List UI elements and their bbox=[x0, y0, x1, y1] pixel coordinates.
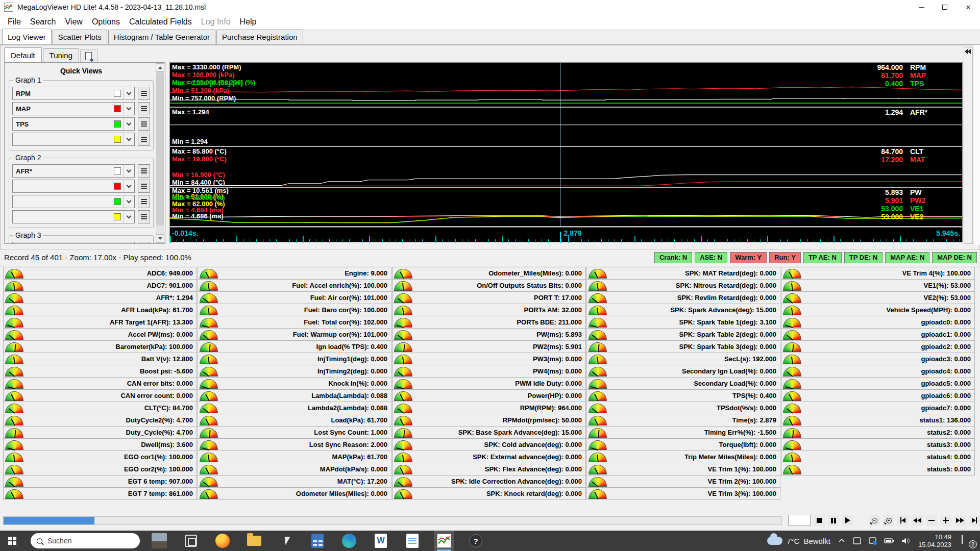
menu-help[interactable]: Help bbox=[235, 16, 261, 28]
collapse-left-icon[interactable] bbox=[965, 49, 972, 54]
gauge-text: Lambda(Lambda): 0.088 bbox=[220, 392, 391, 399]
close-button[interactable]: ✕ bbox=[957, 0, 980, 14]
clock-time: 10:49 bbox=[918, 533, 951, 541]
fast-forward-button[interactable] bbox=[954, 515, 966, 526]
gauge-cell: Torque(lbft): 0.000 bbox=[586, 438, 780, 451]
field-options-button[interactable] bbox=[138, 117, 150, 131]
quickview-group-2: Graph 2AFR* bbox=[9, 158, 154, 228]
taskbar-app-file-explorer[interactable] bbox=[244, 531, 264, 551]
gauge-dial-icon bbox=[394, 318, 412, 328]
skip-start-button[interactable] bbox=[897, 515, 909, 526]
tablet-icon[interactable] bbox=[852, 537, 862, 545]
tab-scatter-plots[interactable]: Scatter Plots bbox=[53, 30, 107, 44]
graph-panel-4[interactable]: Max = 10.561 (ms)Min = 51.000 (%)Max = 5… bbox=[170, 188, 962, 226]
status-badge-tp-ae: TP AE: N bbox=[803, 252, 842, 263]
field-options-button[interactable] bbox=[138, 180, 150, 193]
timeline[interactable]: -0.014s. 2.879 5.945s. bbox=[170, 227, 962, 243]
field-select-tps[interactable]: TPS bbox=[12, 117, 135, 131]
gauge-text: Ign load(% TPS): 0.400 bbox=[220, 343, 391, 350]
field-select-rpm[interactable]: RPM bbox=[12, 87, 135, 100]
taskbar-app-photo[interactable] bbox=[149, 531, 169, 551]
gauge-dial-icon bbox=[394, 428, 412, 438]
menu-options[interactable]: Options bbox=[87, 16, 125, 28]
start-button[interactable] bbox=[0, 531, 24, 551]
scrollbar-thumb[interactable] bbox=[156, 72, 164, 226]
field-select-empty[interactable] bbox=[12, 133, 135, 146]
field-select-map[interactable]: MAP bbox=[12, 102, 135, 115]
field-select-empty[interactable] bbox=[12, 210, 135, 223]
zoom-out-button[interactable]: − bbox=[869, 515, 880, 526]
taskbar-clock[interactable]: 10:49 15.04.2023 bbox=[918, 533, 951, 548]
menu-file[interactable]: File bbox=[3, 16, 26, 28]
skip-end-button[interactable] bbox=[969, 515, 980, 526]
taskbar-app-task-switcher[interactable] bbox=[181, 531, 201, 551]
taskbar-app-calculator[interactable] bbox=[307, 531, 328, 551]
gauge-text: InjTiming1(deg): 0.000 bbox=[220, 355, 391, 363]
gauge-text: DutyCycle2(%): 4.700 bbox=[26, 416, 197, 424]
play-speed-field[interactable] bbox=[788, 515, 811, 526]
taskbar-app-megalogviewer[interactable] bbox=[434, 531, 454, 551]
group-label: Graph 2 bbox=[13, 154, 43, 162]
taskbar-app-tuner-bolt[interactable] bbox=[276, 531, 296, 551]
new-view-tab-button[interactable] bbox=[80, 49, 97, 62]
taskbar-app-word[interactable]: W bbox=[371, 531, 391, 551]
taskbar-app-edge[interactable] bbox=[339, 531, 359, 551]
taskbar-app-help[interactable]: ? bbox=[465, 531, 486, 551]
status-badge-ase: ASE: N bbox=[695, 252, 727, 263]
rewind-button[interactable] bbox=[912, 515, 923, 526]
gauge-dial-icon bbox=[394, 440, 412, 450]
tab-histogram-table-generator[interactable]: Histogram / Table Generator bbox=[108, 30, 215, 44]
taskbar-app-notes[interactable] bbox=[402, 531, 423, 551]
scroll-up-icon[interactable] bbox=[156, 63, 164, 72]
minus-button[interactable] bbox=[926, 515, 937, 526]
graph-panel-3[interactable]: Max = 85.800 (°C)Max = 19.800 (°C)Min = … bbox=[170, 147, 962, 187]
menu-search[interactable]: Search bbox=[26, 16, 61, 28]
plus-button[interactable] bbox=[940, 515, 951, 526]
field-options-button[interactable] bbox=[138, 242, 150, 244]
view-tab-default[interactable]: Default bbox=[4, 47, 42, 62]
field-options-button[interactable] bbox=[138, 133, 150, 146]
play-button[interactable] bbox=[842, 515, 853, 526]
field-options-button[interactable] bbox=[138, 210, 150, 223]
stop-button[interactable] bbox=[814, 515, 825, 526]
graph-panel-1[interactable]: Max = 3330.000 (RPM)Max = 100.000 (kPa)M… bbox=[170, 63, 962, 107]
scroll-down-icon[interactable] bbox=[156, 234, 164, 243]
field-select-clt[interactable]: CLT bbox=[12, 242, 135, 244]
playback-cursor[interactable] bbox=[560, 63, 560, 227]
field-row bbox=[12, 195, 150, 208]
menu-view[interactable]: View bbox=[60, 16, 87, 28]
notification-center-icon[interactable]: 2 bbox=[962, 535, 975, 546]
minimize-button[interactable] bbox=[910, 0, 933, 14]
field-select-empty[interactable] bbox=[12, 180, 135, 193]
field-select-empty[interactable] bbox=[12, 195, 135, 208]
field-options-button[interactable] bbox=[138, 87, 150, 100]
sidebar-scrollbar[interactable] bbox=[156, 63, 164, 243]
graph-panel-2[interactable]: Max = 1.294Min = 1.2941.294AFR* bbox=[170, 108, 962, 146]
battery-icon[interactable] bbox=[884, 537, 894, 544]
field-options-button[interactable] bbox=[138, 195, 150, 208]
taskbar-weather[interactable]: 7°C Bewölkt bbox=[767, 537, 830, 545]
chevron-up-icon[interactable] bbox=[838, 537, 846, 545]
windows-taskbar: Suchen W? 7°C Bewölkt 10:49 15.04.2023 2 bbox=[0, 531, 980, 551]
zoom-in-button[interactable]: + bbox=[883, 515, 894, 526]
field-select-afr[interactable]: AFR* bbox=[12, 164, 135, 178]
pause-button[interactable] bbox=[828, 515, 839, 526]
gauge-dial-icon bbox=[200, 440, 218, 450]
taskbar-search-input[interactable]: Suchen bbox=[31, 533, 140, 548]
log-graph-area[interactable]: Max = 3330.000 (RPM)Max = 100.000 (kPa)M… bbox=[169, 62, 963, 242]
sync-icon[interactable] bbox=[868, 537, 877, 545]
tab-purchase-registration[interactable]: Purchase Registration bbox=[216, 30, 303, 44]
volume-icon[interactable] bbox=[901, 537, 911, 545]
scrollbar-thumb-horizontal[interactable] bbox=[4, 517, 94, 524]
field-options-button[interactable] bbox=[138, 164, 150, 178]
panel-splitter[interactable] bbox=[964, 47, 973, 244]
log-horizontal-scrollbar[interactable] bbox=[3, 516, 782, 525]
taskbar-app-firefox[interactable] bbox=[212, 531, 233, 551]
field-options-button[interactable] bbox=[138, 102, 150, 115]
annotation: Max = 1.294 bbox=[172, 108, 209, 116]
gauge-dial-icon bbox=[5, 293, 23, 303]
menu-calculated-fields[interactable]: Calculated Fields bbox=[125, 16, 197, 28]
view-tab-tuning[interactable]: Tuning bbox=[43, 48, 79, 62]
tab-log-viewer[interactable]: Log Viewer bbox=[2, 29, 52, 44]
maximize-button[interactable] bbox=[933, 0, 957, 14]
